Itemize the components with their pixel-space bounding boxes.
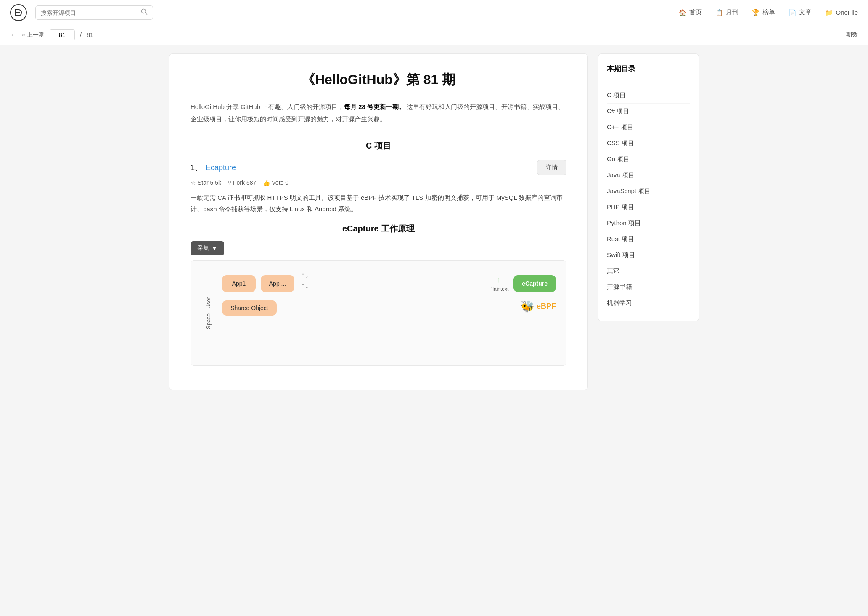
app1-box: App1	[222, 275, 256, 292]
nav-onefile[interactable]: 📁 OneFile	[825, 9, 858, 16]
issue-total: 81	[87, 32, 93, 38]
sidebar-item-java[interactable]: Java 项目	[607, 167, 690, 183]
breadcrumb-bar: ← « 上一期 / 81 期数	[0, 25, 868, 45]
ecapture-box: eCapture	[513, 275, 556, 292]
nav-home-label: 首页	[689, 8, 702, 16]
issue-number-input[interactable]	[50, 29, 75, 40]
star-count: Star 5.5k	[198, 179, 221, 186]
nav-onefile-label: OneFile	[836, 9, 858, 16]
nav-article-label: 文章	[799, 8, 812, 16]
section-c-title: C 项目	[191, 140, 566, 151]
main-layout: 《HelloGitHub》第 81 期 HelloGitHub 分享 GitHu…	[161, 45, 707, 398]
back-button[interactable]: ←	[10, 31, 17, 39]
fork-icon: ⑂	[228, 179, 231, 186]
star-stat: ☆ Star 5.5k	[191, 179, 221, 186]
nav-monthly-label: 月刊	[726, 8, 738, 16]
project1-title-line: 1、 Ecapture	[191, 162, 236, 173]
sidebar-item-c[interactable]: C 项目	[607, 88, 690, 104]
content-area: 《HelloGitHub》第 81 期 HelloGitHub 分享 GitHu…	[169, 53, 588, 390]
vote-icon: 👍	[263, 179, 270, 186]
star-icon: ☆	[191, 179, 196, 186]
sidebar-item-rust[interactable]: Rust 项目	[607, 231, 690, 247]
vote-stat: 👍 Vote 0	[263, 179, 288, 186]
home-icon: 🏠	[679, 9, 687, 16]
sidebar-item-cpp[interactable]: C++ 项目	[607, 119, 690, 135]
onefile-icon: 📁	[825, 9, 833, 16]
logo[interactable]	[10, 4, 27, 21]
project1-num: 1、	[191, 162, 202, 173]
monthly-icon: 📋	[715, 9, 723, 16]
collect-btn-wrapper: 采集 ▼	[191, 241, 566, 255]
user-label: User	[205, 295, 212, 310]
sidebar-item-ml[interactable]: 机器学习	[607, 295, 690, 311]
sidebar-item-go[interactable]: Go 项目	[607, 151, 690, 167]
sidebar-item-python[interactable]: Python 项目	[607, 215, 690, 231]
article-title: 《HelloGitHub》第 81 期	[191, 71, 566, 89]
sidebar: 本期目录 C 项目 C# 项目 C++ 项目 CSS 项目 Go 项目 Java…	[598, 53, 699, 321]
article-intro: HelloGitHub 分享 GitHub 上有趣、入门级的开源项目，每月 28…	[191, 101, 566, 125]
detail-button[interactable]: 详情	[537, 160, 566, 175]
space-label: Space	[205, 312, 212, 331]
project1-link[interactable]: Ecapture	[206, 163, 236, 172]
fork-stat: ⑂ Fork 587	[228, 179, 256, 186]
sidebar-item-csharp[interactable]: C# 项目	[607, 104, 690, 119]
ranking-icon: 🏆	[752, 9, 760, 16]
article-icon: 📄	[789, 9, 797, 16]
header-nav: 🏠 首页 📋 月刊 🏆 榜单 📄 文章 📁 OneFile	[679, 8, 858, 16]
fork-count: Fork 587	[233, 179, 256, 186]
prev-issue-button[interactable]: « 上一期	[22, 31, 45, 39]
search-input[interactable]	[41, 9, 138, 16]
sidebar-item-other[interactable]: 其它	[607, 263, 690, 279]
ebpf-bee-icon: 🐝	[521, 300, 534, 313]
intro-highlight: 每月 28 号更新一期。	[344, 103, 405, 110]
collect-button[interactable]: 采集 ▼	[191, 241, 224, 255]
slash-divider: /	[80, 31, 82, 39]
project1-stats: ☆ Star 5.5k ⑂ Fork 587 👍 Vote 0	[191, 179, 566, 186]
collect-dropdown-icon: ▼	[212, 245, 217, 252]
up-arrow2: ↑↓	[301, 281, 309, 290]
project1-header: 1、 Ecapture 详情	[191, 160, 566, 175]
search-icon	[141, 8, 148, 17]
plaintext-label: Plaintext	[489, 286, 508, 292]
issue-label: 期数	[846, 31, 858, 39]
plaintext-arrow: ↑	[497, 276, 501, 284]
project1-desc: 一款无需 CA 证书即可抓取 HTTPS 明文的工具。该项目基于 eBPF 技术…	[191, 192, 566, 215]
sidebar-title: 本期目录	[607, 64, 690, 79]
nav-ranking[interactable]: 🏆 榜单	[752, 8, 775, 16]
sidebar-item-css[interactable]: CSS 项目	[607, 135, 690, 151]
nav-monthly[interactable]: 📋 月刊	[715, 8, 738, 16]
header: 🏠 首页 📋 月刊 🏆 榜单 📄 文章 📁 OneFile	[0, 0, 868, 25]
nav-home[interactable]: 🏠 首页	[679, 8, 702, 16]
app2-box: App ...	[261, 275, 294, 292]
vote-count: Vote 0	[272, 179, 288, 186]
ebpf-label: eBPF	[537, 302, 556, 311]
ecapture-diagram: User Space App1 App ... ↑↓ ↑↓	[191, 260, 566, 366]
sidebar-item-books[interactable]: 开源书籍	[607, 279, 690, 295]
diagram-title: eCapture 工作原理	[191, 223, 566, 234]
search-box[interactable]	[35, 5, 153, 20]
sidebar-item-php[interactable]: PHP 项目	[607, 199, 690, 215]
up-arrow: ↑↓	[301, 271, 309, 280]
svg-line-1	[146, 13, 147, 14]
collect-label: 采集	[197, 244, 209, 252]
nav-ranking-label: 榜单	[762, 8, 775, 16]
nav-article[interactable]: 📄 文章	[789, 8, 812, 16]
sidebar-item-javascript[interactable]: JavaScript 项目	[607, 183, 690, 199]
sidebar-item-swift[interactable]: Swift 项目	[607, 247, 690, 263]
shared-object-box: Shared Object	[222, 300, 277, 316]
